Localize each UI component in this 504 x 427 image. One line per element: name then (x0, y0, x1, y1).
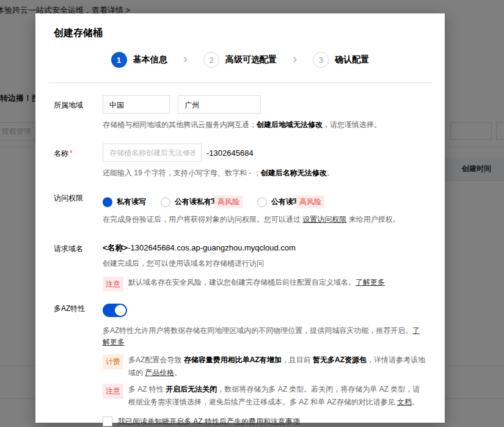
region-help-text: 存储桶与相同地域的其他腾讯云服务内网互通；创建后地域无法修改，请您谨慎选择。 (103, 119, 426, 131)
bucket-name-suffix: -1302645684 (206, 148, 254, 158)
region-country-select[interactable]: 中国 (103, 95, 170, 114)
step-1-number: 1 (111, 52, 127, 68)
radio-public-read-private-write[interactable]: 公有读私有写 高风险 (161, 195, 243, 208)
name-help-text: 还能输入 19 个字符，支持小写字母、数字和 - ；创建后名称无法修改。 (103, 167, 426, 179)
multiaz-label: 多AZ特性 (54, 302, 103, 427)
risk-badge: 高风险 (214, 195, 243, 208)
radio-public-read-write[interactable]: 公有读写 高风险 (257, 195, 324, 208)
multiaz-desc-text: 多AZ特性允许用户将数据存储在同地理区域内的不同物理位置，提供同城容灾功能，推荐… (103, 325, 426, 348)
chevron-right-icon: › (183, 53, 188, 68)
step-1-label: 基本信息 (133, 54, 167, 65)
region-city-select[interactable]: 广州 (178, 95, 261, 114)
access-radio-group: 私有读写 公有读私有写 高风险 公有读写 高风险 (103, 192, 426, 208)
name-row: 名称* -1302645684 还能输入 19 个字符，支持小写字母、数字和 -… (54, 144, 426, 179)
domain-notice: 注意 默认域名存在安全风险，建议您创建完存储桶后前往配置自定义域名。了解更多 (103, 276, 426, 291)
domain-desc-text: 创建完成后，您可以使用该域名对存储桶进行访问 (103, 258, 426, 269)
multiaz-toggle[interactable] (103, 304, 127, 317)
step-basic-info: 1 基本信息 (111, 52, 167, 68)
radio-private-read-write[interactable]: 私有读写 (103, 197, 146, 207)
request-domain-value: <名称>-1302645684.cos.ap-guangzhou.myqclou… (103, 239, 426, 254)
step-advanced-config: 2 高级可选配置 (203, 52, 277, 68)
create-bucket-dialog: 创建存储桶 1 基本信息 › 2 高级可选配置 › 3 确认配置 所属地域 (35, 13, 445, 423)
access-help-text: 在完成身份验证后，用户将获得对象的访问权限。您可以通过 设置访问权限 来给用户授… (103, 214, 426, 225)
step-confirm-config: 3 确认配置 (313, 52, 369, 68)
multiaz-ack-row: 我已阅读并知晓开启多 AZ 特性后产生的费用和注意事项 (103, 417, 426, 427)
domain-label: 请求域名 (54, 239, 103, 291)
product-price-link[interactable]: 产品价格 (145, 368, 174, 377)
multiaz-billing-notice: 计费 多AZ配置会导致 存储容量费用相比单AZ有增加，且目前 暂无多AZ资源包，… (103, 354, 426, 379)
step-2-number: 2 (203, 52, 219, 68)
step-3-label: 确认配置 (335, 54, 369, 65)
radio-unselected-icon (257, 197, 267, 207)
region-row: 所属地域 中国 广州 存储桶与相同地域的其他腾讯云服务内网互通；创建后地域无法修… (54, 95, 426, 131)
dialog-title: 创建存储桶 (35, 13, 445, 40)
multiaz-ack-checkbox[interactable] (103, 417, 112, 426)
access-row: 访问权限 私有读写 公有读私有写 高风险 (54, 192, 426, 225)
access-label: 访问权限 (54, 192, 103, 225)
name-label: 名称* (54, 144, 103, 179)
domain-row: 请求域名 <名称>-1302645684.cos.ap-guangzhou.my… (54, 239, 426, 291)
multiaz-row: 多AZ特性 多AZ特性允许用户将数据存储在同地理区域内的不同物理位置，提供同城容… (54, 302, 426, 427)
bucket-name-input[interactable] (103, 144, 202, 162)
radio-unselected-icon (161, 197, 170, 207)
required-asterisk: * (70, 149, 73, 158)
chevron-right-icon: › (293, 53, 297, 68)
set-access-permission-link[interactable]: 设置访问权限 (302, 215, 346, 224)
region-label: 所属地域 (54, 95, 103, 131)
step-3-number: 3 (313, 52, 329, 68)
radio-selected-icon (103, 197, 112, 207)
doc-link[interactable]: 文档 (397, 398, 412, 406)
console-page: 体验跨云一站式安全运维，查看详情 > 转边播！按 授权管理 创建时间 创建存储桶… (0, 0, 504, 427)
learn-more-link[interactable]: 了解更多 (356, 278, 385, 286)
risk-badge: 高风险 (296, 195, 324, 208)
billing-badge: 计费 (103, 354, 123, 369)
multiaz-warning-notice: 注意 多 AZ 特性 开启后无法关闭，数据将存储为多 AZ 类型。若关闭，将存储… (103, 383, 426, 408)
create-bucket-form: 所属地域 中国 广州 存储桶与相同地域的其他腾讯云服务内网互通；创建后地域无法修… (35, 83, 445, 427)
wizard-steps: 1 基本信息 › 2 高级可选配置 › 3 确认配置 (49, 52, 431, 83)
toggle-knob (115, 305, 126, 316)
notice-badge: 注意 (103, 277, 123, 291)
multiaz-ack-label: 我已阅读并知晓开启多 AZ 特性后产生的费用和注意事项 (118, 417, 300, 427)
step-2-label: 高级可选配置 (225, 54, 277, 65)
notice-badge: 注意 (103, 384, 123, 398)
